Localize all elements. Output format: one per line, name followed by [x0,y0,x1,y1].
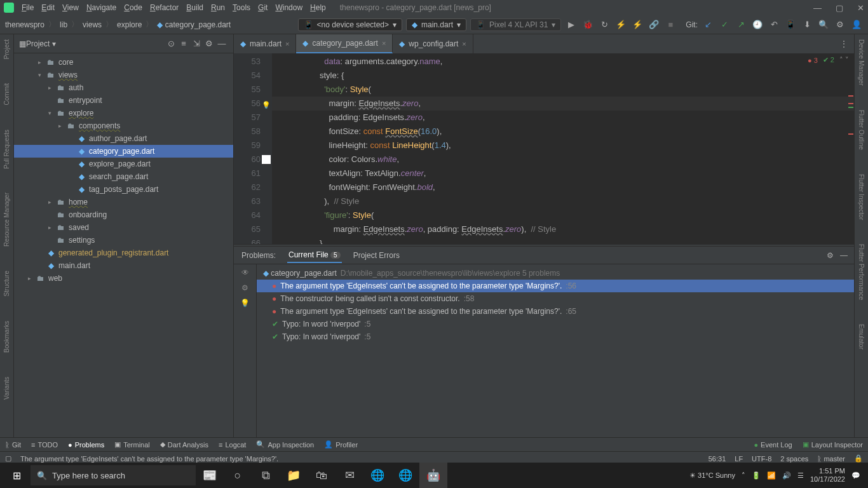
bottom-logcat[interactable]: ≡Logcat [219,441,246,449]
avd-manager-button[interactable]: 📱 [784,18,797,31]
tool-device-manager[interactable]: Device Manager [858,37,865,88]
tree-node-author_page-dart[interactable]: ◆author_page.dart [14,132,233,145]
tool-variants[interactable]: Variants [3,374,10,402]
run-button[interactable]: ▶ [565,18,578,31]
locate-icon[interactable]: ⊙ [165,37,177,50]
profile-button[interactable]: ⚡ [614,18,627,31]
menu-view[interactable]: View [60,2,81,13]
menu-build[interactable]: Build [184,2,206,13]
bottom-git[interactable]: ᚱGit [5,441,21,449]
run-config-selector[interactable]: ◆main.dart▾ [406,18,466,31]
tree-node-home[interactable]: ▸🖿home [14,196,233,208]
menu-navigate[interactable]: Navigate [84,2,119,13]
menu-git[interactable]: Git [255,2,270,13]
sdk-manager-button[interactable]: ⬇ [801,18,813,31]
coverage-button[interactable]: ↻ [598,18,611,31]
git-rollback-button[interactable]: ↶ [768,18,780,31]
problem-item[interactable]: ● The argument type 'EdgeInsets' can't b… [257,305,854,318]
expand-icon[interactable]: ≡ [177,37,190,50]
clock[interactable]: 1:51 PM 10/17/2022 [810,467,845,484]
tabs-menu[interactable]: ⋮ [834,34,854,53]
tree-node-core[interactable]: ▸🖿core [14,56,233,69]
git-history-button[interactable]: 🕘 [751,18,764,31]
weather-widget[interactable]: ☀ 31°C Sunny [689,471,735,480]
attach-button[interactable]: 🔗 [648,18,660,31]
tool-flutter-performance[interactable]: Flutter Performance [858,241,865,302]
taskbar-search[interactable]: 🔍Type here to search [31,465,196,485]
tree-node-web[interactable]: ▸🖿web [14,272,233,285]
tree-node-components[interactable]: ▸🖿components [14,119,233,132]
tree-node-saved[interactable]: ▸🖿saved [14,221,233,234]
bottom-profiler[interactable]: 👤Profiler [324,440,358,449]
tree-node-auth[interactable]: ▸🖿auth [14,81,233,94]
indent[interactable]: 2 spaces [780,455,808,463]
tool-project[interactable]: Project [3,37,10,62]
problems-list[interactable]: ◆ category_page.dartD:\mobile_apps_sourc… [257,264,854,437]
bottom-app-inspection[interactable]: 🔍App Inspection [256,440,314,449]
breadcrumb[interactable]: thenewspro〉lib〉views〉explore〉◆ category_… [5,19,231,30]
lock-icon[interactable]: 🔒 [854,454,863,463]
code-editor[interactable]: ● 3 ✔ 2 ˄ ˅ 53545556💡5758596061626364656… [234,53,854,244]
language-icon[interactable]: ☰ [797,471,804,480]
debug-button[interactable]: 🐞 [581,18,594,31]
view-icon[interactable]: 👁 [241,268,249,277]
problem-item[interactable]: ✔ Typo: In word 'riverpod' :5 [257,330,854,343]
tree-node-views[interactable]: ▾🖿views [14,69,233,81]
tree-node-tag_posts_page-dart[interactable]: ◆tag_posts_page.dart [14,183,233,196]
android-studio-icon[interactable]: 🤖 [419,463,447,488]
tray-up-icon[interactable]: ˄ [742,471,745,480]
tree-node-entrypoint[interactable]: 🖿entrypoint [14,94,233,107]
tool-emulator[interactable]: Emulator [858,322,865,352]
tab-wp_config-dart[interactable]: ◆wp_config.dart× [393,34,473,53]
menu-window[interactable]: Window [273,2,305,13]
git-push-button[interactable]: ↗ [735,18,747,31]
account-button[interactable]: 👤 [850,18,863,31]
tree-node-explore[interactable]: ▾🖿explore [14,107,233,119]
git-pull-button[interactable]: ↙ [702,18,714,31]
minimize-button[interactable]: — [813,3,822,13]
git-branch[interactable]: ᚱ master [817,455,845,463]
tool-pull-requests[interactable]: Pull Requests [3,127,10,172]
device-selector[interactable]: 📱<no device selected>▾ [298,18,402,31]
taskview-icon[interactable]: ⧉ [252,463,280,488]
git-commit-button[interactable]: ✓ [718,18,731,31]
stop-button[interactable]: ■ [664,18,677,31]
wifi-icon[interactable]: 📶 [767,471,776,480]
maximize-button[interactable]: ▢ [836,3,843,13]
tree-node-search_page-dart[interactable]: ◆search_page.dart [14,170,233,183]
tree-node-main-dart[interactable]: ◆main.dart [14,259,233,272]
close-button[interactable]: ✕ [857,3,864,13]
system-tray[interactable]: ☀ 31°C Sunny ˄ 🔋 📶 🔊 ☰ 1:51 PM 10/17/202… [689,467,865,484]
volume-icon[interactable]: 🔊 [782,471,791,480]
menu-help[interactable]: Help [308,2,329,13]
hot-reload-button[interactable]: ⚡ [631,18,644,31]
chrome2-icon[interactable]: 🌐 [391,463,419,488]
tool-resource-manager[interactable]: Resource Manager [3,190,10,249]
line-ending[interactable]: LF [735,455,743,463]
bottom-todo[interactable]: ≡TODO [31,441,58,449]
project-errors-tab[interactable]: Project Errors [352,248,401,262]
battery-icon[interactable]: 🔋 [752,471,761,480]
news-icon[interactable]: 📰 [196,463,224,488]
chrome-icon[interactable]: 🌐 [363,463,391,488]
project-view-label[interactable]: Project [26,39,50,48]
inspection-widget[interactable]: ● 3 ✔ 2 ˄ ˅ [808,56,849,64]
bottom-dart-analysis[interactable]: ◆Dart Analysis [160,440,208,449]
tab-main-dart[interactable]: ◆main.dart× [234,34,296,53]
menu-code[interactable]: Code [121,2,145,13]
cortana-icon[interactable]: ○ [224,463,252,488]
bottom-event-log[interactable]: ●Event Log [754,441,792,449]
hide-icon[interactable]: — [215,37,228,50]
current-file-tab[interactable]: Current File 5 [287,248,342,263]
tree-node-settings[interactable]: 🖿settings [14,234,233,247]
menu-run[interactable]: Run [208,2,227,13]
search-everywhere-button[interactable]: 🔍 [817,18,830,31]
tab-category_page-dart[interactable]: ◆category_page.dart× [296,34,393,53]
code-lines[interactable]: data: arguments.category.name, style: { … [272,53,854,244]
tree-node-generated_plugin_registrant-dart[interactable]: ◆generated_plugin_registrant.dart [14,247,233,259]
store-icon[interactable]: 🛍 [308,463,336,488]
problem-item[interactable]: ● The constructor being called isn't a c… [257,292,854,305]
start-button[interactable]: ⊞ [3,463,31,488]
bottom-terminal[interactable]: ▣Terminal [114,440,150,449]
bulb-icon[interactable]: 💡 [240,299,250,308]
